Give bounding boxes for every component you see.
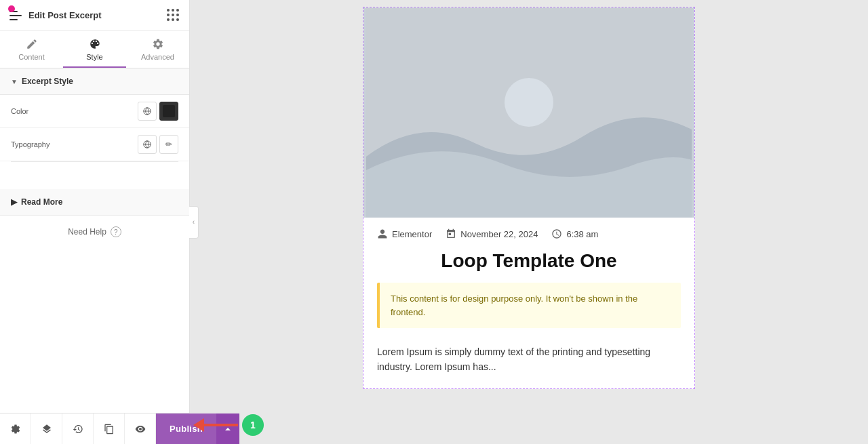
placeholder-svg <box>363 7 694 218</box>
panel-header-left: Edit Post Excerpt <box>9 10 102 20</box>
tab-advanced-label: Advanced <box>141 53 174 61</box>
article-time: 6:38 am <box>566 229 598 239</box>
svg-point-3 <box>505 78 553 127</box>
notice-box: This content is for design purpose only.… <box>377 283 681 328</box>
clock-icon <box>551 228 562 239</box>
typography-control-row: Typography ✏ <box>0 128 189 161</box>
globe-icon <box>142 106 152 116</box>
settings-icon <box>10 424 21 435</box>
need-help[interactable]: Need Help ? <box>0 216 189 248</box>
settings-icon-btn[interactable] <box>0 413 31 445</box>
typography-buttons: ✏ <box>138 135 178 154</box>
meta-date: November 22, 2024 <box>446 228 538 239</box>
read-more-arrow: ▶ <box>11 197 17 207</box>
article-date: November 22, 2024 <box>460 229 538 239</box>
pencil-icon: ✏ <box>165 140 172 149</box>
duplicate-icon <box>104 424 115 435</box>
read-more-label: Read More <box>21 197 62 207</box>
bottom-toolbar: Publish <box>0 413 189 444</box>
tab-style[interactable]: Style <box>63 31 126 68</box>
arrow-indicator: 1 <box>193 414 264 436</box>
excerpt-text: Lorem Ipsum is simply dummy text of the … <box>363 339 694 388</box>
layers-icon-btn[interactable] <box>31 413 62 445</box>
history-icon <box>73 424 83 435</box>
right-content: Elementor November 22, 2024 6:38 am Loop… <box>190 0 868 444</box>
read-more-section-header[interactable]: ▶ Read More <box>0 189 189 216</box>
tab-content-label: Content <box>18 53 45 61</box>
meta-row: Elementor November 22, 2024 6:38 am <box>363 218 694 245</box>
status-dot <box>8 5 15 12</box>
arrow-shaft <box>204 424 238 426</box>
color-buttons <box>138 102 178 121</box>
typography-edit-button[interactable]: ✏ <box>159 135 178 154</box>
excerpt-style-section-header[interactable]: ▼ Excerpt Style <box>0 68 189 95</box>
panel-title: Edit Post Excerpt <box>28 10 102 20</box>
eye-icon-btn[interactable] <box>125 413 156 445</box>
excerpt-style-label: Excerpt Style <box>22 77 73 86</box>
typography-global-button[interactable] <box>138 135 157 154</box>
layers-icon <box>41 424 52 435</box>
color-picker-button[interactable] <box>159 102 178 121</box>
tab-style-label: Style <box>86 53 102 61</box>
calendar-icon <box>446 228 456 239</box>
tabs-bar: Content Style Advanced <box>0 31 189 68</box>
eye-icon <box>135 424 146 435</box>
typography-label: Typography <box>11 140 50 148</box>
panel-body: ▼ Excerpt Style Color Typography <box>0 68 189 413</box>
tab-content[interactable]: Content <box>0 31 63 68</box>
palette-tab-icon <box>89 38 101 50</box>
tab-advanced[interactable]: Advanced <box>126 31 189 68</box>
left-panel: Edit Post Excerpt Content Style Advanced <box>0 0 190 444</box>
toolbar-icons <box>0 413 156 445</box>
meta-author: Elementor <box>377 228 432 239</box>
excerpt-style-chevron: ▼ <box>11 78 18 85</box>
duplicate-icon-btn[interactable] <box>94 413 125 445</box>
panel-header: Edit Post Excerpt <box>0 0 189 31</box>
user-icon <box>377 228 388 239</box>
placeholder-image <box>363 7 694 218</box>
help-circle-icon: ? <box>111 226 121 237</box>
gear-tab-icon <box>152 38 164 50</box>
author-name: Elementor <box>392 229 432 239</box>
meta-time: 6:38 am <box>551 228 598 239</box>
arrow-head <box>193 418 204 432</box>
pencil-tab-icon <box>26 38 38 50</box>
more-options-icon[interactable] <box>167 9 180 22</box>
need-help-label: Need Help <box>68 227 106 237</box>
collapse-handle[interactable]: ‹ <box>189 206 199 239</box>
history-icon-btn[interactable] <box>62 413 94 445</box>
color-global-button[interactable] <box>138 102 157 121</box>
section-spacer <box>0 162 189 189</box>
typography-globe-icon <box>142 140 152 149</box>
article-title: Loop Template One <box>363 245 694 283</box>
circle-badge: 1 <box>242 414 264 436</box>
content-card: Elementor November 22, 2024 6:38 am Loop… <box>363 7 695 389</box>
color-control-row: Color <box>0 95 189 128</box>
color-swatch <box>163 105 175 117</box>
color-label: Color <box>11 107 28 115</box>
